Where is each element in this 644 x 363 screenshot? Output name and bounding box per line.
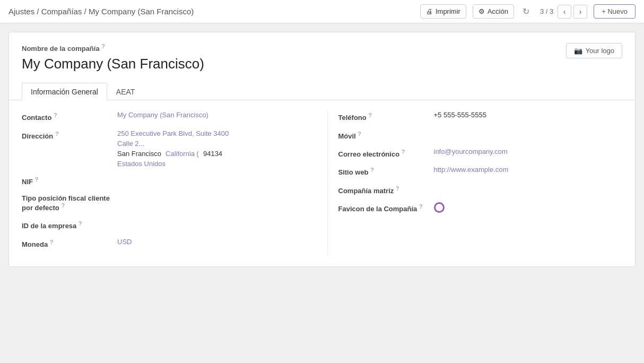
card-header: Nombre de la compañía ? My Company (San …	[9, 32, 635, 72]
field-compania-matriz: Compañía matriz ?	[338, 184, 623, 195]
moneda-value[interactable]: USD	[117, 238, 306, 246]
topbar: Ajustes / Compañías / My Company (San Fr…	[0, 0, 644, 23]
field-id-empresa: ID de la empresa ?	[22, 219, 306, 230]
telefono-value: +5 555-555-5555	[434, 111, 623, 119]
help-icon-moneda: ?	[50, 239, 54, 245]
help-icon-tipo: ?	[61, 202, 65, 209]
field-moneda: Moneda ? USD	[22, 238, 306, 248]
help-icon-correo: ?	[402, 149, 405, 155]
correo-value[interactable]: info@yourcompany.com	[434, 148, 623, 155]
telefono-label: Teléfono ?	[338, 111, 434, 122]
address-line2: Calle 2...	[117, 140, 306, 148]
help-icon-contacto: ?	[54, 112, 57, 118]
address-state: California (	[166, 150, 199, 158]
address-zip: 94134	[203, 150, 222, 158]
nav-prev-button[interactable]: ‹	[558, 5, 571, 19]
help-icon-telefono: ?	[368, 112, 372, 118]
topbar-actions: 🖨 Imprimir ⚙ Acción ↻ 3 / 3 ‹ › + Nuevo	[420, 4, 636, 19]
field-favicon: Favicon de la Compañía ?	[338, 202, 623, 214]
favicon-label: Favicon de la Compañía ?	[338, 202, 434, 213]
movil-label: Móvil ?	[338, 129, 434, 140]
sitio-value[interactable]: http://www.example.com	[434, 166, 623, 174]
logo-button[interactable]: 📷 Your logo	[566, 43, 622, 58]
tabs: Información General AEAT	[9, 83, 635, 100]
help-icon-sitio: ?	[370, 167, 374, 173]
tipo-label: Tipo posición fiscal cliente por defecto…	[22, 193, 117, 212]
field-sitio: Sitio web ? http://www.example.com	[338, 166, 623, 176]
new-button[interactable]: + Nuevo	[594, 4, 636, 19]
address-country: Estados Unidos	[117, 160, 306, 168]
address-line1: 250 Executive Park Blvd, Suite 3400	[117, 129, 306, 137]
gear-icon: ⚙	[478, 7, 485, 15]
tab-general[interactable]: Información General	[22, 83, 107, 100]
tab-aeat[interactable]: AEAT	[107, 83, 144, 100]
print-icon: 🖨	[426, 7, 433, 15]
field-movil: Móvil ?	[338, 129, 623, 140]
direccion-label: Dirección ?	[22, 129, 117, 140]
camera-icon: 📷	[574, 47, 582, 55]
contacto-value[interactable]: My Company (San Francisco)	[117, 111, 306, 119]
address-city-row: San Francisco California ( 94134	[117, 150, 306, 158]
form-body: Contacto ? My Company (San Francisco) Di…	[9, 100, 635, 266]
compania-matriz-label: Compañía matriz ?	[338, 184, 434, 195]
moneda-label: Moneda ?	[22, 238, 117, 248]
nav-arrows: 3 / 3 ‹ ›	[538, 5, 587, 19]
field-contacto: Contacto ? My Company (San Francisco)	[22, 111, 306, 122]
address-city: San Francisco	[117, 150, 161, 158]
help-icon-nif: ?	[35, 176, 39, 183]
refresh-icon[interactable]: ↻	[520, 4, 532, 19]
nav-next-button[interactable]: ›	[573, 5, 587, 19]
main-card: Nombre de la compañía ? My Company (San …	[8, 32, 636, 267]
nav-counter: 3 / 3	[540, 7, 553, 15]
help-icon-movil: ?	[358, 131, 361, 137]
help-icon-id-empresa: ?	[79, 220, 82, 227]
breadcrumb: Ajustes / Compañías / My Company (San Fr…	[8, 7, 194, 16]
field-direccion: Dirección ? 250 Executive Park Blvd, Sui…	[22, 129, 306, 168]
company-title: My Company (San Francisco)	[22, 56, 622, 72]
favicon-value	[434, 202, 623, 214]
help-icon-direccion: ?	[55, 131, 59, 137]
field-tipo: Tipo posición fiscal cliente por defecto…	[22, 193, 306, 212]
field-nif: NIF ?	[22, 175, 306, 186]
favicon-circle-icon	[434, 202, 445, 213]
help-icon-company-name: ?	[101, 43, 105, 49]
sitio-label: Sitio web ?	[338, 166, 434, 176]
contacto-label: Contacto ?	[22, 111, 117, 122]
form-right: Teléfono ? +5 555-555-5555 Móvil ? Corre…	[327, 111, 623, 256]
nif-label: NIF ?	[22, 175, 117, 186]
id-empresa-label: ID de la empresa ?	[22, 219, 117, 230]
field-correo: Correo electrónico ? info@yourcompany.co…	[338, 148, 623, 158]
company-name-label: Nombre de la compañía ?	[22, 43, 622, 53]
action-button[interactable]: ⚙ Acción	[473, 4, 514, 19]
help-icon-favicon: ?	[419, 203, 423, 210]
print-button[interactable]: 🖨 Imprimir	[420, 4, 466, 19]
address-block: 250 Executive Park Blvd, Suite 3400 Call…	[117, 129, 306, 168]
help-icon-compania-matriz: ?	[396, 185, 399, 192]
field-telefono: Teléfono ? +5 555-555-5555	[338, 111, 623, 122]
form-left: Contacto ? My Company (San Francisco) Di…	[22, 111, 327, 256]
correo-label: Correo electrónico ?	[338, 148, 434, 158]
